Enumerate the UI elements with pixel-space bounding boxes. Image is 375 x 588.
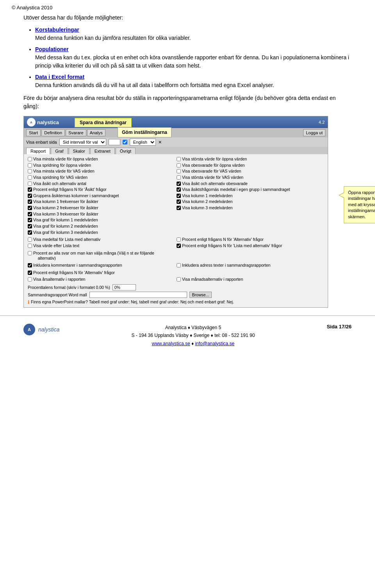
tab-skalor[interactable]: Skalor xyxy=(69,148,89,154)
footer-email[interactable]: info@analystica.se xyxy=(195,341,234,346)
format-row: Procenttalens format (skriv i formatet 0… xyxy=(28,284,324,290)
chk-multisel[interactable] xyxy=(28,251,32,255)
setting-item: Visa obesvarade för VAS värden xyxy=(177,169,324,174)
settings-col: Procent enligt frågans N för 'Alternativ… xyxy=(177,237,324,249)
chk-procent-alt[interactable] xyxy=(177,237,181,242)
chk-kol1-medel[interactable] xyxy=(177,194,181,198)
chk-graf-kol3[interactable] xyxy=(28,230,32,235)
app-navbar: Start Definition Svarare Analys Logga ut xyxy=(24,128,328,137)
footer-logo-text: nalystica xyxy=(38,326,59,333)
feature-desc-1: Med dessa kan du t.ex. plocka ut en enhe… xyxy=(35,54,349,69)
toolbar-x-btn[interactable]: ✕ xyxy=(158,140,162,145)
populationer-link[interactable]: Populationer xyxy=(35,46,69,52)
chk-minsta-vas[interactable] xyxy=(28,169,32,173)
excel-link[interactable]: Data i Excel format xyxy=(35,74,84,80)
tab-rapport[interactable]: Rapport xyxy=(26,148,50,154)
copyright-text: © Analystica 2010 xyxy=(12,5,52,11)
chk-obes-oppna[interactable] xyxy=(177,163,181,167)
footer-website[interactable]: www.analystica.se xyxy=(152,341,190,346)
setting-item: Visa kolumn 3 medelvärden xyxy=(177,205,324,211)
chk-kol3-medel[interactable] xyxy=(177,206,181,210)
setting-item: Visa kolumn 2 medelvärden xyxy=(177,199,324,205)
chk-spridning-oppna[interactable] xyxy=(28,163,32,167)
chk-obes-vas[interactable] xyxy=(177,169,181,173)
footer-logo-area: A nalystica xyxy=(23,324,59,335)
tab-extranet[interactable]: Extranet xyxy=(90,148,115,154)
word-mall-input[interactable] xyxy=(89,292,187,298)
chk-kol2-frekv[interactable] xyxy=(28,206,32,210)
chk-kol1-frekv[interactable] xyxy=(28,200,32,204)
setting-item: Visa medeltal för Lista med alternativ xyxy=(28,237,175,242)
korstabuleringar-link[interactable]: Korstabuleringar xyxy=(35,27,79,33)
format-input[interactable] xyxy=(112,284,136,290)
feature-desc-2: Denna funktion används då du vill ha ut … xyxy=(35,82,274,88)
setting-item: Visa graf för kolumn 3 medelvärden xyxy=(28,230,175,235)
toolbar-language-select[interactable]: English xyxy=(130,139,156,146)
chk-graf-kol2[interactable] xyxy=(28,224,32,228)
footer-address: Analystica ♦ Väsbyvägen 5 S - 194 36 Upp… xyxy=(132,324,255,347)
setting-item: Visa graf för kolumn 1 medelvärden xyxy=(28,217,175,223)
settings-year-row: Visa årsalternativ i rapporten Visa måna… xyxy=(28,277,324,283)
setting-item: Visa årsalternativ i rapporten xyxy=(28,277,175,282)
chk-procent-n-alt[interactable] xyxy=(28,271,32,275)
nav-start[interactable]: Start xyxy=(26,129,41,136)
chk-gruppera[interactable] xyxy=(28,194,32,198)
toolbar-page-input[interactable] xyxy=(109,139,120,145)
chk-minsta-oppna[interactable] xyxy=(28,157,32,161)
app-tabs: Rapport Graf Skalor Extranet Övrigt xyxy=(24,147,328,154)
chk-varde-lista[interactable] xyxy=(28,244,32,248)
footer-postal: S - 194 36 Upplands Väsby ♦ Sverige ♦ te… xyxy=(132,333,255,338)
nav-analys[interactable]: Analys xyxy=(87,129,105,136)
chk-kol2-medel[interactable] xyxy=(177,200,181,204)
chk-medeltal-lista[interactable] xyxy=(28,237,32,242)
setting-item: Visa obesvarade för öppna värden xyxy=(177,163,324,168)
setting-multisel: Procent av alla svar om man kan välja må… xyxy=(28,251,324,261)
setting-item: Visa kolumn 1 frekvenser för åsikter xyxy=(28,199,175,205)
settings-col: Inkludera kommentarer i sammandragsrappo… xyxy=(28,263,175,269)
browse-button[interactable]: Browse... xyxy=(189,292,212,298)
chk-inkludera-adress[interactable] xyxy=(177,263,181,267)
chk-spridning-vas[interactable] xyxy=(28,175,32,180)
chk-asikt-medeltal[interactable] xyxy=(177,187,181,192)
nav-definition[interactable]: Definition xyxy=(41,129,65,136)
setting-item: Inkludera kommentarer i sammandragsrappo… xyxy=(28,263,175,268)
chk-manadsalt[interactable] xyxy=(177,277,181,282)
tab-graf[interactable]: Graf xyxy=(51,148,68,154)
tab-ovrigt[interactable]: Övrigt xyxy=(116,148,136,154)
setting-item: Visa åsikt och alternativ obesvarade xyxy=(177,181,324,187)
nav-logga-ut[interactable]: Logga ut xyxy=(303,129,325,136)
setting-item: Visa spridning för öppna värden xyxy=(28,163,175,168)
settings-panel: Visa minsta värde för öppna värden Visa … xyxy=(24,154,328,307)
word-mall-label: Sammandragsrapport Word mall xyxy=(28,292,87,297)
chk-storsta-vas[interactable] xyxy=(177,175,181,180)
tooltip-arrow xyxy=(339,193,344,198)
save-banner[interactable]: Spara dina ändringar xyxy=(75,118,132,127)
chk-procent-lista-alt[interactable] xyxy=(177,244,181,248)
info-icon: ℹ xyxy=(28,299,30,305)
feature-desc-0: Med denna funktion kan du jämföra result… xyxy=(35,35,191,41)
chk-arsalt[interactable] xyxy=(28,277,32,282)
setting-item: Visa kolumn 1 medelvärden xyxy=(177,193,324,199)
setting-item: Visa kolumn 3 frekvenser för åsikter xyxy=(28,212,175,217)
settings-left-col: Visa minsta värde för öppna värden Visa … xyxy=(28,157,175,236)
chk-inkludera-komm[interactable] xyxy=(28,263,32,267)
chk-procent-asikt[interactable] xyxy=(28,187,32,192)
setting-item: Procent enligt frågans N för 'Lista med … xyxy=(177,243,324,249)
nav-svarare[interactable]: Svarare xyxy=(66,129,86,136)
chk-storsta-oppna[interactable] xyxy=(177,157,181,161)
setting-item: Visa åsiktsfrågornäs medeltal i egen gru… xyxy=(177,187,324,192)
chk-kol3-frekv[interactable] xyxy=(28,212,32,216)
hide-settings-tooltip[interactable]: Göm inställningarna xyxy=(118,127,171,137)
chk-graf-kol1[interactable] xyxy=(28,218,32,222)
toolbar-checkbox[interactable] xyxy=(123,140,127,144)
chk-asikt-antal[interactable] xyxy=(28,182,32,186)
footer-divider xyxy=(0,315,375,316)
setting-item: Visa minsta värde för öppna värden xyxy=(28,157,175,162)
settings-right-col: Visa största värde för öppna värden Visa… xyxy=(177,157,324,212)
tooltip-text: Öppna rapporternas inställningar här och… xyxy=(348,190,375,219)
chk-asikt-obes[interactable] xyxy=(177,182,181,186)
logo-text: nalystica xyxy=(37,119,59,125)
setting-item: Procent enligt frågans N för 'Åsikt' frå… xyxy=(28,187,175,192)
footer-logo-circle: A xyxy=(23,324,35,335)
toolbar-sid-dropdown[interactable]: Sid intervall för val xyxy=(59,139,106,146)
